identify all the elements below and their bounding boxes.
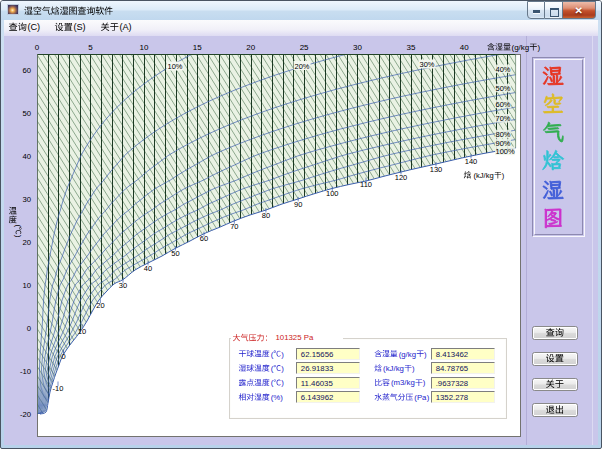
svg-text:15: 15 <box>193 43 202 52</box>
svg-text:-10: -10 <box>20 367 31 376</box>
svg-text:100%: 100% <box>496 147 516 156</box>
svg-text:20: 20 <box>246 43 255 52</box>
svg-text:5: 5 <box>88 43 93 52</box>
svg-text:40: 40 <box>460 43 469 52</box>
svg-text:10: 10 <box>22 281 31 290</box>
svg-text:10%: 10% <box>167 62 182 71</box>
svg-text:40: 40 <box>22 152 31 161</box>
svg-text:40%: 40% <box>496 65 511 74</box>
svg-text:80%: 80% <box>496 130 511 139</box>
svg-text:20%: 20% <box>294 62 309 71</box>
svg-text:): ) <box>14 235 23 238</box>
svg-text:10: 10 <box>139 43 148 52</box>
svg-text:25: 25 <box>300 43 309 52</box>
svg-text:60%: 60% <box>496 100 511 109</box>
svg-text:): ) <box>537 43 540 52</box>
svg-text:35: 35 <box>406 43 415 52</box>
svg-text:(kJ/kg: (kJ/kg <box>474 171 494 180</box>
svg-text:30%: 30% <box>419 60 434 69</box>
svg-text:0: 0 <box>27 324 31 333</box>
svg-text:60: 60 <box>22 66 31 75</box>
svg-text:70%: 70% <box>496 114 511 123</box>
svg-text:20: 20 <box>22 238 31 247</box>
svg-text:30: 30 <box>22 195 31 204</box>
svg-text:30: 30 <box>353 43 362 52</box>
svg-text:50: 50 <box>22 109 31 118</box>
svg-text:-20: -20 <box>20 410 31 419</box>
svg-text:): ) <box>502 171 505 180</box>
svg-text:(g/kg: (g/kg <box>512 43 530 52</box>
svg-text:0: 0 <box>35 43 40 52</box>
svg-text:(: ( <box>14 225 23 228</box>
svg-text:50%: 50% <box>496 84 511 93</box>
